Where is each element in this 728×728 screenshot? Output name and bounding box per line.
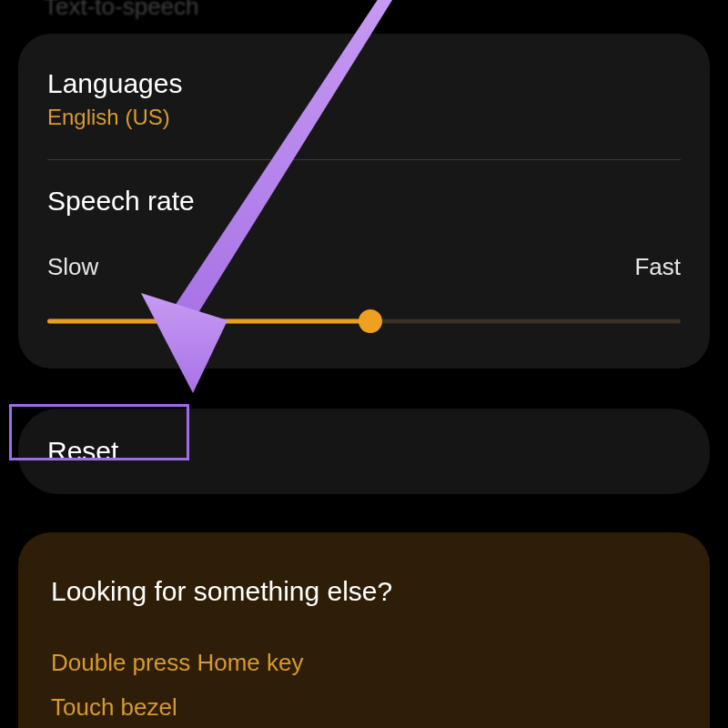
speech-rate-title: Speech rate bbox=[47, 186, 681, 217]
tts-settings-card: Languages English (US) Speech rate Slow … bbox=[18, 34, 710, 369]
languages-value: English (US) bbox=[47, 105, 681, 130]
suggestion-link-double-press-home[interactable]: Double press Home key bbox=[51, 645, 677, 681]
suggestion-link-touch-bezel[interactable]: Touch bezel bbox=[51, 690, 677, 725]
speech-rate-slow-label: Slow bbox=[47, 253, 98, 281]
languages-row[interactable]: Languages English (US) bbox=[18, 43, 710, 139]
suggestions-card: Looking for something else? Double press… bbox=[18, 532, 710, 728]
reset-label: Reset bbox=[47, 436, 681, 467]
suggestions-title: Looking for something else? bbox=[51, 576, 677, 607]
speech-rate-slider[interactable] bbox=[47, 310, 681, 332]
reset-button[interactable]: Reset bbox=[18, 409, 710, 494]
section-header-tts: Text-to-speech bbox=[18, 0, 710, 21]
speech-rate-fast-label: Fast bbox=[634, 253, 681, 281]
slider-thumb[interactable] bbox=[359, 309, 382, 333]
languages-title: Languages bbox=[47, 68, 681, 99]
slider-fill bbox=[47, 319, 370, 324]
speech-rate-row: Speech rate bbox=[18, 160, 710, 226]
